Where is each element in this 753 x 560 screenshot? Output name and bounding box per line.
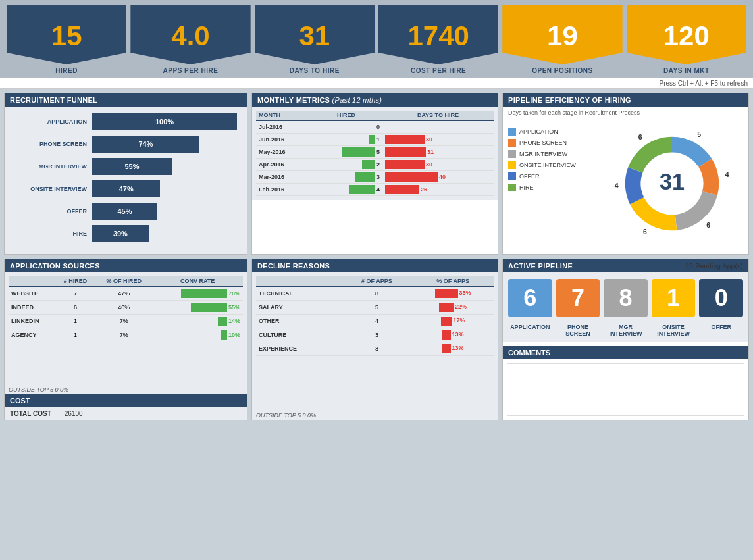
decline-reason-name: TECHNICAL xyxy=(256,286,342,301)
donut-segment xyxy=(628,137,672,173)
donut-label: 6 xyxy=(706,222,710,229)
donut-center-value: 31 xyxy=(659,169,684,194)
source-name: LINKEDIN xyxy=(9,315,55,328)
decline-apps: 3 xyxy=(342,342,412,356)
sources-header: APPLICATION SOURCES xyxy=(5,259,247,272)
legend-item: ONSITE INTERVIEW xyxy=(508,161,594,169)
source-name: INDEED xyxy=(9,301,55,315)
monthly-metrics-panel: MONTHLY METRICS (Past 12 mths) MONTH HIR… xyxy=(251,93,498,255)
decline-row: OTHER417% xyxy=(256,315,494,328)
active-pipeline-header: ACTIVE PIPELINE 22 Pending App(s) xyxy=(503,259,748,272)
pipeline-body: APPLICATIONPHONE SCREENMGR INTERVIEWONSI… xyxy=(503,116,748,251)
donut-label: 5 xyxy=(697,131,701,138)
src-col-name xyxy=(9,276,55,286)
donut-label: 6 xyxy=(643,228,647,236)
decline-header: DECLINE REASONS xyxy=(252,259,498,272)
funnel-row-label: OFFER xyxy=(14,208,87,215)
kpi-card-apps-per-hire: 4.0APPS PER HIRE xyxy=(130,5,250,78)
monthly-hired: 1 xyxy=(310,134,382,146)
monthly-dth: 30 xyxy=(382,134,494,146)
monthly-month: May-2016 xyxy=(256,146,310,159)
sources-table: # HIRED % OF HIRED CONV RATE WEBSITE747%… xyxy=(9,276,243,342)
legend-item: OFFER xyxy=(508,172,594,180)
decline-apps: 8 xyxy=(342,286,412,301)
monthly-row: Apr-2016230 xyxy=(256,159,494,171)
decline-reason-name: CULTURE xyxy=(256,328,342,342)
kpi-card-hired: 15HIRED xyxy=(7,5,126,78)
kpi-label: OPEN POSITIONS xyxy=(532,64,593,78)
monthly-row: May-2016531 xyxy=(256,146,494,159)
decline-reasons-panel: DECLINE REASONS # OF APPS % OF APPS TECH… xyxy=(251,259,498,420)
decline-reason-name: SALARY xyxy=(256,301,342,315)
legend-color xyxy=(508,184,516,191)
pipeline-card-value: 6 xyxy=(523,284,536,312)
funnel-bar-wrap: 74% xyxy=(92,136,237,153)
monthly-row: Jun-2016130 xyxy=(256,134,494,146)
legend-color xyxy=(508,161,516,169)
funnel-row: PHONE SCREEN74% xyxy=(14,136,237,153)
pipeline-card-label: APPLICATION xyxy=(508,324,552,337)
monthly-hired: 0 xyxy=(310,120,382,134)
decline-reason-name: EXPERIENCE xyxy=(256,342,342,356)
monthly-metrics-body: MONTH HIRED DAYS TO HIRE Jul-20160Jun-20… xyxy=(252,107,498,200)
funnel-row: ONSITE INTERVIEW47% xyxy=(14,180,237,197)
pipeline-card-value: 1 xyxy=(667,284,680,312)
decline-pct: 13% xyxy=(412,342,494,356)
decline-table: # OF APPS % OF APPS TECHNICAL835%SALARY5… xyxy=(256,276,494,356)
decline-row: SALARY522% xyxy=(256,301,494,315)
source-name: WEBSITE xyxy=(9,286,55,301)
legend-label: ONSITE INTERVIEW xyxy=(519,162,576,168)
cost-body: TOTAL COST 26100 xyxy=(5,407,247,420)
pipeline-legend: APPLICATIONPHONE SCREENMGR INTERVIEWONSI… xyxy=(508,121,594,246)
kpi-label: DAYS IN MKT xyxy=(663,64,710,78)
application-sources-panel: APPLICATION SOURCES # HIRED % OF HIRED C… xyxy=(4,259,247,420)
kpi-label: DAYS TO HIRE xyxy=(290,64,340,78)
donut-label: 4 xyxy=(725,171,729,178)
funnel-bar: 55% xyxy=(92,158,172,175)
kpi-value: 15 xyxy=(7,5,126,64)
funnel-bar-wrap: 47% xyxy=(92,180,237,197)
source-name: AGENCY xyxy=(9,328,55,342)
cost-header: COST xyxy=(5,394,247,407)
kpi-label: COST PER HIRE xyxy=(411,64,466,78)
monthly-hired: 4 xyxy=(310,184,382,196)
source-hired: 1 xyxy=(55,328,95,342)
recruitment-funnel-header: RECRUITMENT FUNNEL xyxy=(5,93,247,107)
source-pct-hired: 7% xyxy=(95,315,152,328)
pipeline-stage-card: 6 xyxy=(508,279,552,317)
col-dth: DAYS TO HIRE xyxy=(382,111,494,120)
funnel-bar-wrap: 100% xyxy=(92,113,237,130)
legend-item: PHONE SCREEN xyxy=(508,139,594,147)
outside-top5-decline: OUTSIDE TOP 5 0 0% xyxy=(252,411,498,420)
pipeline-efficiency-panel: PIPELINE EFFICIENCY OF HIRING Days taken… xyxy=(502,93,749,255)
pipeline-stage-card: 7 xyxy=(556,279,600,317)
funnel-bar: 45% xyxy=(92,203,157,220)
main-grid: RECRUITMENT FUNNEL APPLICATION100%PHONE … xyxy=(0,89,753,424)
source-hired: 7 xyxy=(55,286,95,301)
funnel-row: HIRE39% xyxy=(14,225,237,242)
funnel-row-label: MGR INTERVIEW xyxy=(14,163,87,170)
source-row: LINKEDIN17%14% xyxy=(9,315,243,328)
decline-apps: 4 xyxy=(342,315,412,328)
monthly-month: Feb-2016 xyxy=(256,184,310,196)
donut-label: 6 xyxy=(638,134,642,141)
monthly-dth xyxy=(382,120,494,134)
decline-pct: 35% xyxy=(412,286,494,301)
decline-apps: 3 xyxy=(342,328,412,342)
comments-body xyxy=(507,363,744,416)
funnel-body: APPLICATION100%PHONE SCREEN74%MGR INTERV… xyxy=(5,107,247,254)
kpi-banner: 15HIRED4.0APPS PER HIRE31DAYS TO HIRE174… xyxy=(0,0,753,78)
funnel-bar: 39% xyxy=(92,225,149,242)
funnel-row: MGR INTERVIEW55% xyxy=(14,158,237,175)
monthly-table: MONTH HIRED DAYS TO HIRE Jul-20160Jun-20… xyxy=(256,111,494,196)
dec-col-apps: # OF APPS xyxy=(342,276,412,286)
kpi-value: 120 xyxy=(627,5,746,64)
pipeline-stage-card: 1 xyxy=(652,279,696,317)
donut-segment xyxy=(625,167,644,204)
funnel-row-label: ONSITE INTERVIEW xyxy=(14,186,87,192)
legend-color xyxy=(508,128,516,136)
donut-segment xyxy=(672,137,712,167)
source-row: INDEED640%55% xyxy=(9,301,243,315)
monthly-hired: 3 xyxy=(310,171,382,184)
funnel-bar: 74% xyxy=(92,136,199,153)
